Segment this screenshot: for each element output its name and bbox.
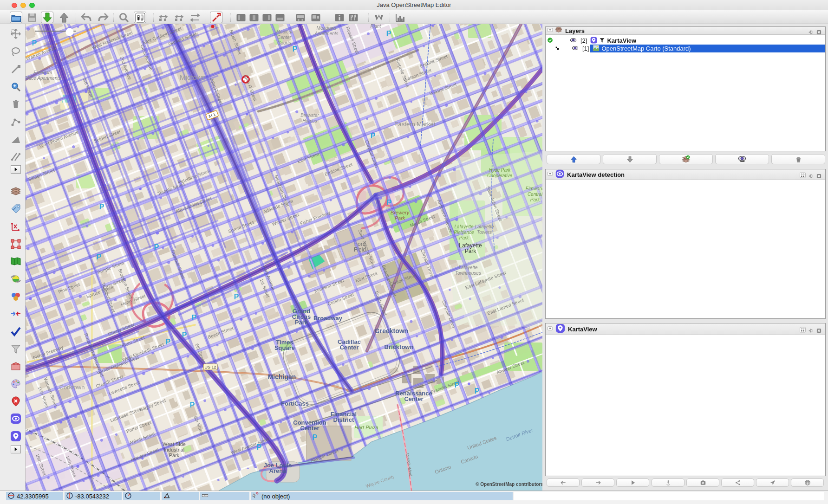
svg-text:West Side: West Side: [163, 441, 186, 447]
svg-text:Square: Square: [274, 344, 295, 351]
svg-text:P: P: [97, 253, 102, 261]
svg-text:Park: Park: [530, 197, 541, 202]
svg-text:P: P: [386, 30, 391, 38]
svg-text:Center: Center: [404, 395, 423, 402]
svg-text:P: P: [154, 243, 159, 251]
svg-text:© OpenStreetMap contributors: © OpenStreetMap contributors: [476, 482, 542, 487]
svg-text:Eastern Market: Eastern Market: [394, 121, 436, 128]
svg-text:Industrial: Industrial: [164, 447, 185, 452]
svg-text:Bricktown: Bricktown: [385, 343, 414, 350]
svg-text:Elmwood: Elmwood: [525, 186, 542, 191]
svg-text:Plaisance: Plaisance: [454, 230, 474, 235]
svg-text:P: P: [192, 314, 197, 322]
svg-text:P: P: [387, 199, 392, 207]
svg-text:P: P: [182, 331, 187, 339]
svg-text:US 12: US 12: [204, 365, 216, 369]
svg-text:Hyde Park: Hyde Park: [489, 168, 511, 173]
svg-text:Park: Park: [459, 235, 469, 240]
svg-text:Homes: Homes: [302, 118, 317, 123]
svg-text:Fort/Cass: Fort/Cass: [281, 400, 309, 407]
svg-text:Center: Center: [277, 35, 292, 40]
svg-text:Plant: Plant: [371, 24, 382, 29]
svg-text:Center: Center: [339, 344, 359, 351]
svg-text:Freedom: Freedom: [33, 70, 52, 75]
svg-text:P: P: [475, 387, 480, 395]
svg-text:Michigan: Michigan: [268, 373, 296, 381]
svg-text:Park: Park: [295, 319, 308, 326]
svg-text:Broadway: Broadway: [313, 315, 343, 322]
svg-text:P: P: [166, 338, 171, 346]
svg-text:Lafayette: Lafayette: [458, 265, 478, 270]
svg-text:Medical: Medical: [276, 29, 293, 34]
svg-text:Park: Park: [465, 248, 477, 254]
svg-text:Townhouses: Townhouses: [455, 271, 481, 276]
svg-text:P: P: [293, 45, 298, 53]
svg-text:Corktown: Corktown: [59, 384, 85, 391]
svg-text:District: District: [333, 416, 354, 423]
svg-text:P: P: [32, 39, 37, 47]
svg-text:Midtown: Midtown: [180, 73, 206, 81]
svg-text:Cooperative: Cooperative: [487, 173, 512, 178]
svg-text:P: P: [371, 132, 376, 140]
svg-text:P: P: [313, 433, 318, 441]
svg-text:Place Apartments: Place Apartments: [26, 76, 61, 81]
svg-text:Apartments: Apartments: [314, 31, 338, 36]
svg-text:Central: Central: [528, 192, 542, 197]
svg-text:Lafayette: Lafayette: [454, 224, 474, 229]
svg-text:Arena: Arena: [269, 467, 287, 474]
svg-text:Brewster: Brewster: [300, 113, 319, 118]
svg-text:Meadows: Meadows: [317, 26, 337, 31]
svg-text:Brewery: Brewery: [391, 210, 410, 215]
svg-text:Lafayette: Lafayette: [475, 224, 494, 229]
svg-text:Courts: Courts: [277, 40, 291, 45]
svg-text:Greektown: Greektown: [375, 327, 408, 335]
svg-text:Hart Plaza: Hart Plaza: [354, 425, 378, 430]
svg-text:Park: Park: [395, 215, 405, 221]
svg-text:Park: Park: [169, 452, 180, 458]
svg-text:Center: Center: [300, 425, 319, 432]
svg-text:P: P: [234, 293, 239, 301]
svg-text:P: P: [257, 443, 262, 451]
svg-text:P: P: [99, 203, 104, 211]
svg-text:P: P: [455, 381, 460, 389]
svg-text:P: P: [190, 401, 195, 409]
svg-text:Towers: Towers: [477, 230, 492, 235]
